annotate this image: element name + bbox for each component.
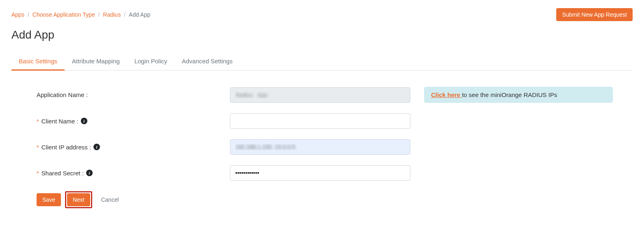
client-ip-input[interactable] <box>230 139 410 155</box>
tab-advanced-settings[interactable]: Advanced Settings <box>175 53 240 71</box>
page-title: Add App <box>11 28 633 41</box>
info-icon[interactable]: i <box>86 170 93 176</box>
application-name-input[interactable] <box>230 87 410 103</box>
breadcrumb-current: Add App <box>129 11 150 18</box>
shared-secret-label: *Shared Secret : i <box>37 170 230 177</box>
info-icon[interactable]: i <box>93 144 100 150</box>
radius-ips-info-panel: Click here to see the miniOrange RADIUS … <box>424 87 613 103</box>
click-here-link[interactable]: Click here <box>431 91 462 98</box>
breadcrumb: Apps / Choose Application Type / Radius … <box>11 11 150 18</box>
tab-attribute-mapping[interactable]: Attribute Mapping <box>65 53 127 71</box>
next-button[interactable]: Next <box>67 193 90 206</box>
next-button-highlight: Next <box>65 191 92 208</box>
cancel-button[interactable]: Cancel <box>96 193 124 206</box>
tabs: Basic Settings Attribute Mapping Login P… <box>11 53 633 71</box>
breadcrumb-radius[interactable]: Radius <box>103 11 121 18</box>
breadcrumb-apps[interactable]: Apps <box>11 11 24 18</box>
info-icon[interactable]: i <box>81 118 87 124</box>
application-name-label: Application Name : <box>37 91 230 98</box>
breadcrumb-separator: / <box>98 11 100 18</box>
tab-basic-settings[interactable]: Basic Settings <box>11 53 65 71</box>
info-panel-rest: to see the miniOrange RADIUS IPs <box>462 91 557 98</box>
breadcrumb-choose-type[interactable]: Choose Application Type <box>33 11 95 18</box>
tab-login-policy[interactable]: Login Policy <box>127 53 175 71</box>
save-button[interactable]: Save <box>37 193 61 206</box>
breadcrumb-separator: / <box>124 11 126 18</box>
client-name-input[interactable] <box>230 113 410 129</box>
client-name-label: *Client Name : i <box>37 118 230 125</box>
shared-secret-input[interactable] <box>230 165 410 181</box>
breadcrumb-separator: / <box>28 11 29 18</box>
client-ip-label: *Client IP address : i <box>37 144 230 151</box>
submit-new-app-request-button[interactable]: Submit New App Request <box>556 8 633 21</box>
